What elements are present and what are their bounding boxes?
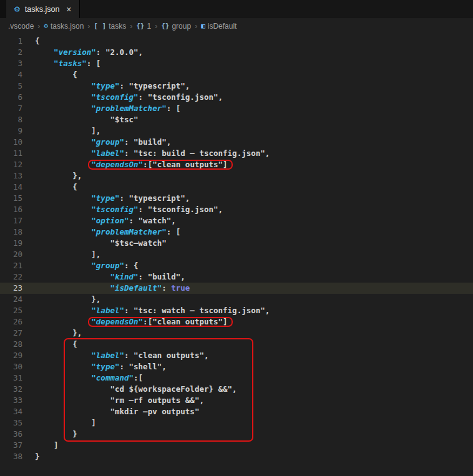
code-line[interactable]: 30 "type": "shell", bbox=[0, 361, 473, 372]
code-line[interactable]: 24 }, bbox=[0, 294, 473, 305]
code-text: "dependsOn":["clean outputs"] bbox=[91, 317, 227, 326]
code-line[interactable]: 7 "problemMatcher": [ bbox=[0, 103, 473, 114]
breadcrumb-item-group[interactable]: {}group bbox=[161, 22, 191, 31]
line-number: 26 bbox=[0, 316, 22, 328]
code-text: }, bbox=[91, 294, 100, 304]
code-text: }, bbox=[72, 171, 82, 180]
code-line[interactable]: 14 { bbox=[0, 182, 473, 193]
gear-icon: ⚙ bbox=[14, 6, 21, 13]
breadcrumb-item-isdefault[interactable]: ◧isDefault bbox=[201, 22, 236, 31]
code-token: "tasks" bbox=[54, 59, 87, 68]
code-line[interactable]: 8 "$tsc" bbox=[0, 114, 473, 125]
code-line[interactable]: 3 "tasks": [ bbox=[0, 58, 473, 69]
code-line[interactable]: 16 "tsconfig": "tsconfig.json", bbox=[0, 204, 473, 215]
line-number: 3 bbox=[0, 58, 22, 69]
code-line[interactable]: 32 "cd ${workspaceFolder} &&", bbox=[0, 384, 473, 395]
line-number: 8 bbox=[0, 114, 22, 125]
code-line[interactable]: 29 "label": "clean outputs", bbox=[0, 350, 473, 361]
code-text: { bbox=[72, 182, 77, 192]
code-token: "shell" bbox=[129, 362, 162, 371]
code-line[interactable]: 27 }, bbox=[0, 328, 473, 339]
breadcrumb-label: group bbox=[172, 22, 191, 31]
code-token: "option" bbox=[91, 216, 129, 225]
code-line[interactable]: 18 "problemMatcher": [ bbox=[0, 226, 473, 238]
code-token: "tsconfig.json" bbox=[148, 92, 218, 102]
line-number: 18 bbox=[0, 226, 22, 238]
code-text: "cd ${workspaceFolder} &&", bbox=[110, 384, 236, 394]
code-token: : bbox=[129, 216, 139, 225]
code-token: ] bbox=[223, 160, 228, 169]
code-text: "isDefault": true bbox=[110, 283, 190, 293]
code-line[interactable]: 21 "group": { bbox=[0, 260, 473, 271]
line-number: 22 bbox=[0, 271, 22, 283]
line-number: 32 bbox=[0, 384, 22, 395]
code-line[interactable]: 6 "tsconfig": "tsconfig.json", bbox=[0, 92, 473, 103]
code-token: : bbox=[119, 362, 129, 371]
code-line[interactable]: 22 "kind": "build", bbox=[0, 271, 473, 283]
code-line[interactable]: 26 "dependsOn":["clean outputs"] bbox=[0, 316, 473, 328]
code-line[interactable]: 17 "option": "watch", bbox=[0, 215, 473, 226]
code-line[interactable]: 4 { bbox=[0, 69, 473, 80]
symbol-object-icon: {} bbox=[161, 22, 169, 30]
code-line[interactable]: 33 "rm —rf outputs &&", bbox=[0, 395, 473, 406]
code-line[interactable]: 13 }, bbox=[0, 170, 473, 182]
code-token: } bbox=[72, 429, 77, 439]
code-line[interactable]: 35 ] bbox=[0, 417, 473, 429]
code-line[interactable]: 34 "mkdir —pv outputs" bbox=[0, 406, 473, 417]
code-line[interactable]: 36 } bbox=[0, 429, 473, 440]
breadcrumb-item-tasks-json[interactable]: ⚙tasks.json bbox=[44, 22, 84, 31]
code-token: ] bbox=[54, 440, 59, 450]
code-line[interactable]: 5 "type": "typescript", bbox=[0, 80, 473, 92]
symbol-array-icon: [ ] bbox=[94, 22, 106, 30]
code-text: "group": { bbox=[91, 261, 138, 270]
code-token: ], bbox=[91, 250, 100, 259]
close-icon[interactable]: × bbox=[66, 4, 71, 14]
code-line[interactable]: 12 "dependsOn":["clean outputs"] bbox=[0, 159, 473, 170]
code-token: "command" bbox=[91, 373, 134, 382]
code-token: }, bbox=[91, 294, 100, 304]
breadcrumb-item--vscode[interactable]: .vscode bbox=[8, 22, 34, 31]
code-line[interactable]: 1{ bbox=[0, 36, 473, 47]
code-line[interactable]: 31 "command":[ bbox=[0, 372, 473, 384]
code-line[interactable]: 25 "label": "tsc: watch — tsconfig.json"… bbox=[0, 305, 473, 316]
breadcrumb-item-tasks[interactable]: [ ]tasks bbox=[94, 22, 126, 31]
code-line[interactable]: 38} bbox=[0, 451, 473, 462]
code-token: : bbox=[96, 47, 105, 57]
line-number: 34 bbox=[0, 406, 22, 417]
code-text: "command":[ bbox=[91, 373, 143, 382]
line-number: 14 bbox=[0, 182, 22, 193]
code-token: , bbox=[171, 216, 176, 225]
code-line[interactable]: 23 "isDefault": true bbox=[0, 283, 473, 294]
code-text: "type": "shell", bbox=[91, 362, 166, 371]
code-line[interactable]: 28 { bbox=[0, 339, 473, 350]
code-text: { bbox=[72, 339, 77, 349]
code-line[interactable]: 20 ], bbox=[0, 249, 473, 260]
breadcrumb-item-1[interactable]: {}1 bbox=[136, 22, 151, 31]
code-text: ], bbox=[91, 126, 100, 135]
code-text: "label": "tsc: build — tsconfig.json", bbox=[91, 148, 270, 158]
code-token: : bbox=[124, 148, 134, 158]
code-line[interactable]: 2 "version": "2.0.0", bbox=[0, 47, 473, 58]
code-token: "type" bbox=[91, 362, 119, 371]
line-number: 37 bbox=[0, 440, 22, 451]
code-text: "tsconfig": "tsconfig.json", bbox=[91, 92, 223, 102]
tab-tasks-json[interactable]: ⚙ tasks.json × bbox=[6, 0, 80, 18]
editor[interactable]: 1{2 "version": "2.0.0",3 "tasks": [4 {5 … bbox=[0, 34, 473, 462]
line-number: 21 bbox=[0, 260, 22, 271]
code-token: "clean outputs" bbox=[134, 351, 204, 360]
code-text: "version": "2.0.0", bbox=[54, 47, 143, 57]
code-token: "typescript" bbox=[129, 193, 185, 203]
code-token: "cd ${workspaceFolder} &&" bbox=[110, 384, 232, 394]
code-line[interactable]: 19 "$tsc—watch" bbox=[0, 238, 473, 249]
code-token: , bbox=[199, 396, 204, 405]
code-line[interactable]: 15 "type": "typescript", bbox=[0, 193, 473, 204]
code-line[interactable]: 37 ] bbox=[0, 440, 473, 451]
code-token: : bbox=[162, 283, 171, 293]
line-number: 30 bbox=[0, 361, 22, 372]
code-line[interactable]: 9 ], bbox=[0, 125, 473, 137]
code-text: "$tsc—watch" bbox=[110, 238, 166, 248]
code-line[interactable]: 11 "label": "tsc: build — tsconfig.json"… bbox=[0, 148, 473, 159]
code-token: "type" bbox=[91, 193, 119, 203]
code-token: , bbox=[265, 148, 270, 158]
code-line[interactable]: 10 "group": "build", bbox=[0, 137, 473, 148]
